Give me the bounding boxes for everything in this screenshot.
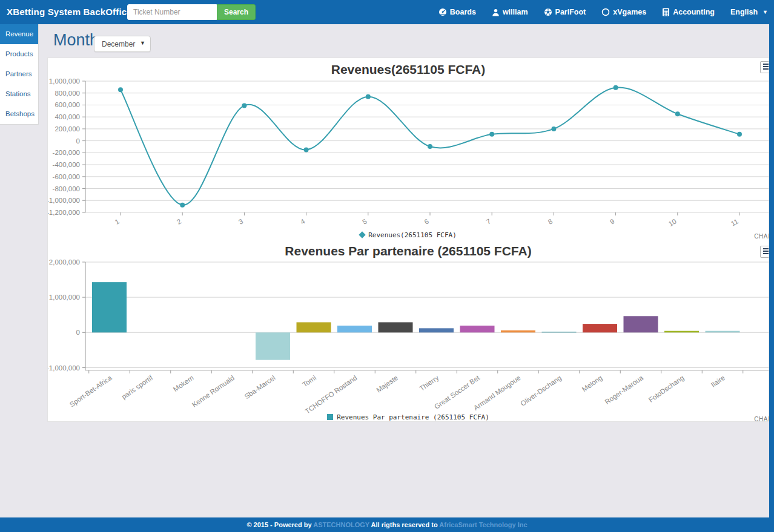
sidebar: Revenue Products Partners Stations Betsh…: [0, 24, 39, 125]
line-chart-legend: Revenues(2651105 FCFA): [48, 231, 769, 239]
user-icon: [492, 8, 500, 16]
nav-item-xvgames[interactable]: xVgames: [601, 8, 646, 16]
data-point[interactable]: [428, 144, 432, 149]
svg-text:600,000: 600,000: [55, 101, 80, 108]
chart-credit-link[interactable]: CHART: [754, 416, 769, 422]
line-chart: 1,000,000800,000600,000400,000200,0000-2…: [48, 58, 769, 228]
sidebar-item-products[interactable]: Products: [0, 44, 38, 64]
charts-panel: Revenues(2651105 FCFA) 1,000,000800,0006…: [47, 57, 769, 422]
svg-text:800,000: 800,000: [55, 90, 80, 97]
bar[interactable]: [379, 322, 413, 332]
data-point[interactable]: [614, 85, 618, 90]
rights-text: All rigths reserved to: [371, 521, 438, 528]
calculator-icon: [662, 8, 670, 16]
svg-text:-200,000: -200,000: [53, 149, 80, 156]
sidebar-item-betshops[interactable]: Betshops: [0, 104, 38, 124]
sidebar-item-revenue[interactable]: Revenue: [0, 24, 38, 44]
svg-text:7: 7: [485, 217, 492, 226]
bar[interactable]: [501, 330, 535, 332]
svg-text:-400,000: -400,000: [53, 161, 80, 168]
bar-chart: 2,000,0001,000,0000-1,000,000Sport-Bet-A…: [48, 258, 769, 419]
legend-diamond-icon: [359, 231, 365, 238]
bar[interactable]: [460, 326, 495, 332]
svg-text:1,000,000: 1,000,000: [49, 77, 80, 85]
circle-icon: [601, 8, 610, 16]
svg-text:200,000: 200,000: [55, 125, 80, 133]
svg-text:1: 1: [113, 217, 121, 226]
bar-chart-title: Revenues Par partenaire (2651105 FCFA): [48, 244, 769, 258]
nav-item-user[interactable]: william: [492, 8, 528, 16]
svg-text:Tomi: Tomi: [301, 374, 317, 389]
bar[interactable]: [419, 328, 454, 332]
svg-text:Majeste: Majeste: [375, 374, 399, 394]
nav-item-accounting[interactable]: Accounting: [662, 8, 715, 16]
legend-label: Revenues(2651105 FCFA): [368, 231, 457, 239]
svg-text:Sport-Bet-Africa: Sport-Bet-Africa: [68, 373, 113, 408]
bar[interactable]: [256, 332, 290, 360]
svg-text:paris sportif: paris sportif: [121, 373, 154, 400]
astechnology-link[interactable]: ASTECHNOLOGY: [313, 521, 369, 528]
africasmart-link[interactable]: AfricaSmart Technology Inc: [439, 521, 527, 528]
svg-text:8: 8: [547, 217, 554, 226]
data-point[interactable]: [489, 132, 494, 137]
svg-text:-600,000: -600,000: [53, 173, 80, 180]
svg-text:0: 0: [76, 329, 80, 336]
bar[interactable]: [583, 324, 617, 332]
sidebar-item-partners[interactable]: Partners: [0, 64, 38, 84]
month-select-wrap: December ▼: [94, 36, 151, 52]
nav-item-language[interactable]: English ▼: [730, 8, 768, 16]
bar[interactable]: [706, 331, 740, 333]
data-point[interactable]: [304, 147, 309, 152]
svg-text:-1,200,000: -1,200,000: [48, 209, 80, 216]
sidebar-item-stations[interactable]: Stations: [0, 84, 38, 104]
soccer-ball-icon: [544, 8, 552, 16]
svg-text:11: 11: [730, 217, 739, 227]
bar[interactable]: [297, 322, 331, 332]
data-point[interactable]: [551, 126, 556, 131]
data-point[interactable]: [675, 111, 680, 116]
svg-text:Thierry: Thierry: [418, 374, 440, 392]
page-title: Month: [53, 31, 99, 50]
data-point[interactable]: [180, 203, 185, 208]
svg-text:Sba-Marcel: Sba-Marcel: [243, 374, 277, 401]
data-point[interactable]: [737, 132, 742, 137]
footer: © 2015 - Powered by ASTECHNOLOGY All rig…: [0, 517, 774, 532]
ticket-search: Search: [127, 4, 256, 20]
bar[interactable]: [664, 331, 699, 333]
copyright-text: © 2015 - Powered by: [246, 521, 311, 528]
hamburger-icon: [763, 248, 769, 254]
bar[interactable]: [337, 326, 372, 332]
svg-text:0: 0: [76, 137, 80, 145]
nav-item-label: Accounting: [673, 8, 715, 16]
data-point[interactable]: [366, 94, 371, 99]
search-button[interactable]: Search: [217, 4, 256, 20]
bar[interactable]: [92, 282, 127, 332]
bar[interactable]: [542, 332, 577, 332]
nav-item-boards[interactable]: Boards: [438, 8, 476, 16]
data-point[interactable]: [118, 87, 123, 92]
svg-text:-1,000,000: -1,000,000: [48, 364, 80, 372]
svg-text:6: 6: [423, 217, 430, 226]
legend-label: Revenues Par partenaire (2651105 FCFA): [337, 413, 489, 421]
svg-text:Oliver-Dschang: Oliver-Dschang: [519, 374, 563, 407]
month-select[interactable]: December: [94, 36, 151, 52]
svg-text:Ilaire: Ilaire: [710, 374, 726, 389]
bar[interactable]: [624, 316, 658, 332]
chart-menu-button[interactable]: [760, 246, 769, 258]
svg-text:9: 9: [609, 217, 616, 226]
bar-chart-legend: Revenues Par partenaire (2651105 FCFA): [48, 413, 769, 421]
nav-item-parifoot[interactable]: PariFoot: [544, 8, 586, 16]
svg-text:Kenne Romuald: Kenne Romuald: [191, 374, 236, 409]
data-point[interactable]: [242, 103, 246, 108]
svg-text:-1,000,000: -1,000,000: [48, 197, 80, 204]
svg-text:3: 3: [237, 217, 245, 226]
svg-text:-800,000: -800,000: [53, 185, 80, 192]
nav-item-label: xVgames: [613, 8, 646, 16]
chart-credit-link[interactable]: CHART: [754, 233, 769, 240]
svg-text:FotoDschang: FotoDschang: [647, 374, 686, 404]
svg-text:5: 5: [361, 217, 368, 226]
ticket-number-input[interactable]: [127, 4, 217, 20]
navbar-menu: Boards william PariFoot xVgames Accounti…: [438, 0, 768, 24]
main-content: Revenue Products Partners Stations Betsh…: [0, 24, 769, 517]
nav-item-label: Boards: [450, 8, 476, 16]
